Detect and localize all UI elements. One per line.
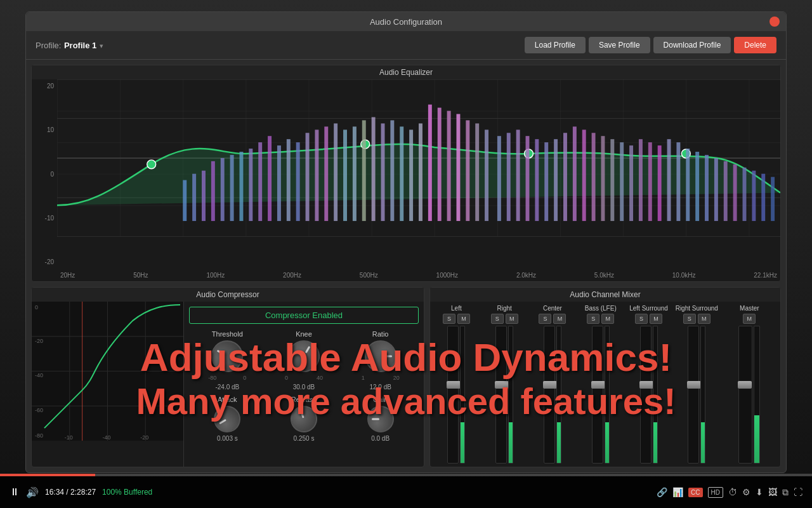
channel-rs-s-btn[interactable]: S	[683, 314, 696, 324]
close-button[interactable]	[769, 17, 780, 27]
svg-rect-10	[183, 180, 187, 221]
svg-rect-56	[620, 142, 624, 221]
knee-knob-group: Knee 0 40 30.0 dB	[285, 330, 323, 391]
channel-master-fader-track[interactable]	[738, 326, 752, 464]
download-profile-button[interactable]: Download Profile	[653, 37, 731, 53]
channel-left-s-btn[interactable]: S	[443, 314, 455, 324]
volume-button[interactable]: 🔊	[26, 486, 39, 498]
eq-x-axis: 20Hz 50Hz 100Hz 200Hz 500Hz 1000Hz 2.0kH…	[57, 269, 780, 281]
gain-knob[interactable]	[367, 406, 394, 432]
channel-bass-fader-thumb[interactable]	[591, 381, 605, 389]
hd-icon[interactable]: HD	[708, 487, 723, 498]
x-label-50hz: 50Hz	[133, 272, 148, 279]
channel-right-m-btn[interactable]: M	[506, 314, 518, 324]
svg-rect-21	[287, 139, 291, 221]
attack-knob[interactable]	[209, 401, 246, 438]
svg-rect-28	[353, 126, 357, 221]
channel-rs-vu-fill	[701, 422, 705, 463]
channel-master-fader-thumb[interactable]	[738, 381, 752, 389]
eq-graph[interactable]	[57, 79, 780, 237]
settings-icon[interactable]: ⚙	[742, 487, 750, 497]
eq-canvas[interactable]: 20 10 0 -10 -20	[32, 79, 780, 281]
channel-bass-vu-fill	[605, 422, 609, 463]
waveform-icon[interactable]: 📊	[672, 487, 683, 497]
save-profile-button[interactable]: Save Profile	[589, 37, 650, 53]
svg-rect-30	[372, 117, 376, 221]
window-title: Audio Configuration	[370, 17, 442, 27]
svg-rect-15	[230, 155, 234, 221]
photo-icon[interactable]: 🖼	[768, 487, 777, 497]
svg-rect-65	[705, 155, 709, 221]
cc-icon[interactable]: CC	[688, 488, 702, 497]
ratio-knob[interactable]	[365, 340, 396, 372]
channel-left-m-btn[interactable]: M	[457, 314, 470, 324]
channel-center-s-btn[interactable]: S	[539, 314, 551, 324]
load-profile-button[interactable]: Load Profile	[525, 37, 586, 53]
compressor-title: Audio Compressor	[32, 288, 424, 302]
delete-profile-button[interactable]: Delete	[734, 37, 776, 53]
svg-rect-40	[466, 120, 469, 221]
profile-name: Profile 1	[64, 41, 96, 50]
x-label-22khz: 22.1kHz	[754, 272, 777, 279]
svg-rect-52	[582, 130, 586, 221]
channel-right-fader-track[interactable]	[495, 326, 507, 464]
svg-rect-19	[268, 136, 272, 221]
channel-right-vu	[508, 326, 513, 464]
clock-icon[interactable]: ⏱	[728, 487, 737, 497]
ratio-range: 1 20	[362, 375, 400, 381]
link-icon[interactable]: 🔗	[657, 487, 667, 497]
channel-bass-s-btn[interactable]: S	[587, 314, 599, 324]
channel-left-name: Left	[451, 305, 462, 312]
channel-master-m-btn[interactable]: M	[743, 314, 756, 324]
svg-rect-24	[315, 130, 318, 221]
svg-rect-44	[507, 133, 511, 221]
channel-left-fader-track[interactable]	[447, 326, 459, 464]
channel-right-s-btn[interactable]: S	[491, 314, 504, 324]
svg-rect-25	[324, 126, 328, 221]
knee-knob[interactable]	[282, 335, 325, 378]
svg-rect-67	[724, 161, 728, 221]
channel-ls-m-btn[interactable]: M	[650, 314, 662, 324]
threshold-value: -24.0 dB	[215, 384, 239, 391]
channel-center-fader-thumb[interactable]	[543, 381, 557, 389]
channel-left-sm: S M	[443, 314, 470, 324]
fullscreen-icon[interactable]: ⛶	[794, 487, 802, 497]
svg-rect-59	[648, 142, 652, 221]
svg-rect-48	[544, 142, 548, 221]
channel-bass-vu	[605, 326, 610, 464]
channel-bass-m-btn[interactable]: M	[601, 314, 614, 324]
pip-icon[interactable]: ⧉	[782, 487, 789, 498]
y-label-n10: -10	[35, 215, 54, 222]
svg-rect-12	[202, 171, 206, 221]
compressor-enabled-badge[interactable]: Compressor Enabled	[189, 307, 419, 324]
svg-rect-11	[192, 174, 196, 221]
video-controls-bar: ⏸ 🔊 16:34 / 2:28:27 100% Buffered 🔗 📊 CC…	[0, 476, 812, 508]
channel-left-fader-thumb[interactable]	[447, 381, 461, 389]
channel-right-fader-thumb[interactable]	[495, 381, 509, 389]
release-knob[interactable]	[287, 402, 321, 436]
compressor-controls: Compressor Enabled Threshold -80 0 -24.	[184, 302, 424, 467]
profile-actions: Load Profile Save Profile Download Profi…	[525, 37, 776, 53]
channel-center-m-btn[interactable]: M	[553, 314, 566, 324]
profile-dropdown-icon[interactable]: ▾	[100, 42, 103, 50]
channel-ls-s-btn[interactable]: S	[635, 314, 648, 324]
channel-ls-fader-thumb[interactable]	[639, 381, 653, 389]
download-icon[interactable]: ⬇	[756, 487, 763, 497]
channel-left-fader	[447, 326, 465, 464]
channel-bass-fader-track[interactable]	[592, 326, 603, 464]
svg-rect-47	[535, 139, 539, 221]
channel-ls-fader-track[interactable]	[640, 326, 652, 464]
channel-rs-fader-track[interactable]	[688, 326, 699, 464]
svg-text:-40: -40	[103, 434, 111, 441]
pause-button[interactable]: ⏸	[10, 486, 20, 498]
threshold-knob[interactable]	[206, 335, 249, 378]
channel-right-sm: S M	[491, 314, 518, 324]
channel-center-fader-track[interactable]	[544, 326, 555, 464]
buffered-status: 100% Buffered	[102, 488, 152, 497]
svg-text:0: 0	[35, 304, 38, 311]
channel-rs-fader-thumb[interactable]	[687, 381, 701, 389]
profile-info: Profile: Profile 1 ▾	[36, 39, 103, 51]
main-window: Audio Configuration Profile: Profile 1 ▾…	[25, 11, 787, 473]
svg-rect-13	[211, 161, 215, 221]
channel-rs-m-btn[interactable]: M	[698, 314, 710, 324]
